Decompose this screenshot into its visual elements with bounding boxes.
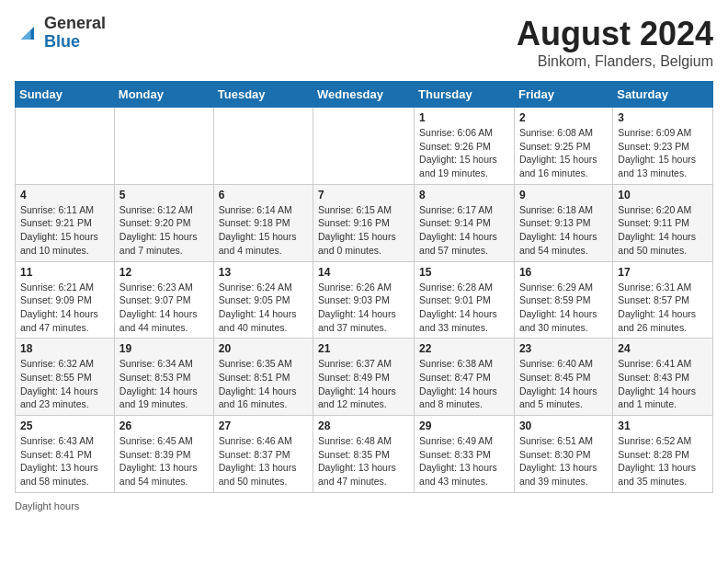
calendar-cell: 15Sunrise: 6:28 AM Sunset: 9:01 PM Dayli…	[415, 261, 515, 339]
calendar-cell: 25Sunrise: 6:43 AM Sunset: 8:41 PM Dayli…	[16, 416, 115, 493]
logo-blue: Blue	[44, 32, 80, 51]
day-number: 27	[219, 419, 308, 432]
calendar-cell: 2Sunrise: 6:08 AM Sunset: 9:25 PM Daylig…	[514, 108, 612, 185]
calendar-cell: 5Sunrise: 6:12 AM Sunset: 9:20 PM Daylig…	[114, 184, 213, 261]
day-info: Sunrise: 6:32 AM Sunset: 8:55 PM Dayligh…	[20, 357, 109, 411]
day-info: Sunrise: 6:23 AM Sunset: 9:07 PM Dayligh…	[119, 281, 209, 335]
day-number: 15	[419, 266, 509, 279]
calendar-cell	[114, 108, 213, 185]
day-number: 22	[419, 342, 509, 355]
day-number: 8	[419, 189, 509, 201]
weekday-monday: Monday	[114, 82, 213, 108]
day-number: 14	[318, 266, 409, 279]
title-block: August 2024 Binkom, Flanders, Belgium	[517, 15, 713, 70]
calendar-cell: 21Sunrise: 6:37 AM Sunset: 8:49 PM Dayli…	[313, 339, 415, 416]
calendar-cell: 28Sunrise: 6:48 AM Sunset: 8:35 PM Dayli…	[313, 416, 415, 493]
calendar-cell: 23Sunrise: 6:40 AM Sunset: 8:45 PM Dayli…	[514, 339, 612, 416]
day-info: Sunrise: 6:31 AM Sunset: 8:57 PM Dayligh…	[618, 281, 708, 335]
weekday-tuesday: Tuesday	[213, 82, 313, 108]
logo-general: General	[44, 14, 106, 32]
calendar-cell: 9Sunrise: 6:18 AM Sunset: 9:13 PM Daylig…	[514, 184, 612, 261]
day-number: 12	[119, 266, 209, 279]
day-info: Sunrise: 6:48 AM Sunset: 8:35 PM Dayligh…	[318, 434, 409, 488]
weekday-saturday: Saturday	[613, 82, 713, 108]
week-row-2: 4Sunrise: 6:11 AM Sunset: 9:21 PM Daylig…	[16, 184, 713, 261]
day-info: Sunrise: 6:41 AM Sunset: 8:43 PM Dayligh…	[618, 357, 708, 411]
day-number: 19	[119, 342, 209, 355]
day-info: Sunrise: 6:52 AM Sunset: 8:28 PM Dayligh…	[618, 434, 708, 488]
weekday-friday: Friday	[514, 82, 612, 108]
calendar-cell: 3Sunrise: 6:09 AM Sunset: 9:23 PM Daylig…	[613, 108, 713, 185]
day-number: 11	[20, 266, 109, 279]
day-info: Sunrise: 6:20 AM Sunset: 9:11 PM Dayligh…	[618, 203, 708, 258]
day-number: 5	[119, 189, 209, 201]
day-number: 28	[318, 419, 409, 432]
day-info: Sunrise: 6:18 AM Sunset: 9:13 PM Dayligh…	[519, 203, 608, 258]
calendar-cell	[16, 108, 115, 185]
calendar-cell: 10Sunrise: 6:20 AM Sunset: 9:11 PM Dayli…	[613, 184, 713, 261]
calendar-table: SundayMondayTuesdayWednesdayThursdayFrid…	[15, 81, 713, 493]
day-info: Sunrise: 6:29 AM Sunset: 8:59 PM Dayligh…	[519, 281, 608, 335]
logo-text: General Blue	[44, 15, 106, 52]
day-info: Sunrise: 6:34 AM Sunset: 8:53 PM Dayligh…	[119, 357, 209, 411]
week-row-3: 11Sunrise: 6:21 AM Sunset: 9:09 PM Dayli…	[16, 261, 713, 339]
day-info: Sunrise: 6:21 AM Sunset: 9:09 PM Dayligh…	[20, 281, 109, 335]
page-title: August 2024	[517, 15, 713, 53]
calendar-cell: 20Sunrise: 6:35 AM Sunset: 8:51 PM Dayli…	[213, 339, 313, 416]
calendar-cell: 30Sunrise: 6:51 AM Sunset: 8:30 PM Dayli…	[514, 416, 612, 493]
calendar-cell: 1Sunrise: 6:06 AM Sunset: 9:26 PM Daylig…	[415, 108, 515, 185]
day-info: Sunrise: 6:06 AM Sunset: 9:26 PM Dayligh…	[419, 126, 509, 180]
day-info: Sunrise: 6:37 AM Sunset: 8:49 PM Dayligh…	[318, 357, 409, 411]
week-row-4: 18Sunrise: 6:32 AM Sunset: 8:55 PM Dayli…	[16, 339, 713, 416]
calendar-cell: 11Sunrise: 6:21 AM Sunset: 9:09 PM Dayli…	[16, 261, 115, 339]
calendar-cell	[313, 108, 415, 185]
page-header: General Blue August 2024 Binkom, Flander…	[15, 15, 713, 70]
calendar-cell: 18Sunrise: 6:32 AM Sunset: 8:55 PM Dayli…	[16, 339, 115, 416]
day-number: 16	[519, 266, 608, 279]
day-info: Sunrise: 6:17 AM Sunset: 9:14 PM Dayligh…	[419, 203, 509, 258]
calendar-cell: 17Sunrise: 6:31 AM Sunset: 8:57 PM Dayli…	[613, 261, 713, 339]
day-info: Sunrise: 6:24 AM Sunset: 9:05 PM Dayligh…	[219, 281, 308, 335]
day-number: 13	[219, 266, 308, 279]
day-info: Sunrise: 6:08 AM Sunset: 9:25 PM Dayligh…	[519, 126, 608, 180]
svg-marker-1	[21, 29, 31, 40]
weekday-thursday: Thursday	[415, 82, 515, 108]
calendar-cell: 6Sunrise: 6:14 AM Sunset: 9:18 PM Daylig…	[213, 184, 313, 261]
footer-note: Daylight hours	[15, 500, 713, 511]
day-info: Sunrise: 6:09 AM Sunset: 9:23 PM Dayligh…	[618, 126, 708, 180]
weekday-sunday: Sunday	[16, 82, 115, 108]
calendar-cell: 27Sunrise: 6:46 AM Sunset: 8:37 PM Dayli…	[213, 416, 313, 493]
calendar-cell: 13Sunrise: 6:24 AM Sunset: 9:05 PM Dayli…	[213, 261, 313, 339]
day-info: Sunrise: 6:14 AM Sunset: 9:18 PM Dayligh…	[219, 203, 308, 258]
day-number: 30	[519, 419, 608, 432]
weekday-header-row: SundayMondayTuesdayWednesdayThursdayFrid…	[16, 82, 713, 108]
day-number: 29	[419, 419, 509, 432]
day-number: 18	[20, 342, 109, 355]
calendar-cell: 4Sunrise: 6:11 AM Sunset: 9:21 PM Daylig…	[16, 184, 115, 261]
day-info: Sunrise: 6:15 AM Sunset: 9:16 PM Dayligh…	[318, 203, 409, 258]
calendar-cell: 8Sunrise: 6:17 AM Sunset: 9:14 PM Daylig…	[415, 184, 515, 261]
day-number: 23	[519, 342, 608, 355]
day-info: Sunrise: 6:49 AM Sunset: 8:33 PM Dayligh…	[419, 434, 509, 488]
week-row-1: 1Sunrise: 6:06 AM Sunset: 9:26 PM Daylig…	[16, 108, 713, 185]
day-info: Sunrise: 6:38 AM Sunset: 8:47 PM Dayligh…	[419, 357, 509, 411]
calendar-cell: 12Sunrise: 6:23 AM Sunset: 9:07 PM Dayli…	[114, 261, 213, 339]
day-number: 26	[119, 419, 209, 432]
calendar-cell: 24Sunrise: 6:41 AM Sunset: 8:43 PM Dayli…	[613, 339, 713, 416]
day-info: Sunrise: 6:51 AM Sunset: 8:30 PM Dayligh…	[519, 434, 608, 488]
day-number: 9	[519, 189, 608, 201]
day-number: 31	[618, 419, 708, 432]
weekday-wednesday: Wednesday	[313, 82, 415, 108]
day-number: 24	[618, 342, 708, 355]
day-number: 17	[618, 266, 708, 279]
day-number: 20	[219, 342, 308, 355]
calendar-cell	[213, 108, 313, 185]
calendar-cell: 7Sunrise: 6:15 AM Sunset: 9:16 PM Daylig…	[313, 184, 415, 261]
day-info: Sunrise: 6:45 AM Sunset: 8:39 PM Dayligh…	[119, 434, 209, 488]
calendar-cell: 22Sunrise: 6:38 AM Sunset: 8:47 PM Dayli…	[415, 339, 515, 416]
day-info: Sunrise: 6:40 AM Sunset: 8:45 PM Dayligh…	[519, 357, 608, 411]
calendar-cell: 29Sunrise: 6:49 AM Sunset: 8:33 PM Dayli…	[415, 416, 515, 493]
day-info: Sunrise: 6:11 AM Sunset: 9:21 PM Dayligh…	[20, 203, 109, 258]
calendar-cell: 14Sunrise: 6:26 AM Sunset: 9:03 PM Dayli…	[313, 261, 415, 339]
day-number: 6	[219, 189, 308, 201]
